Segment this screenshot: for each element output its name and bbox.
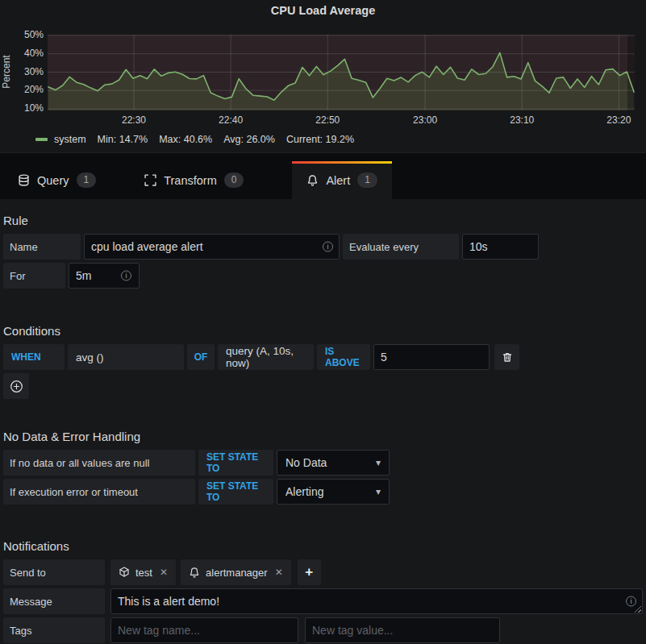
rule-heading: Rule	[3, 214, 643, 227]
bell-icon	[189, 567, 200, 578]
tab-query-count: 1	[77, 172, 97, 188]
editor-tab-bar: Query 1 Transform 0 Alert 1	[0, 153, 646, 199]
send-to-row: Send to test ✕ alertmanager ✕ +	[3, 559, 643, 585]
close-icon[interactable]: ✕	[275, 567, 283, 578]
add-condition-row	[3, 373, 643, 399]
legend-stat-avg: Avg: 26.0%	[223, 134, 275, 145]
legend-stat-min: Min: 14.7%	[98, 134, 148, 145]
transform-icon	[144, 174, 156, 186]
x-tick-label: 22:30	[110, 114, 158, 126]
chart-plot-area[interactable]	[48, 35, 635, 110]
x-tick-label: 22:50	[303, 114, 352, 126]
chevron-down-icon: ▾	[376, 457, 381, 468]
delete-condition-button[interactable]	[494, 344, 519, 370]
tab-transform[interactable]: Transform 0	[130, 161, 258, 199]
tab-transform-count: 0	[224, 172, 244, 188]
x-tick-label: 23:10	[498, 114, 546, 126]
tab-alert[interactable]: Alert 1	[292, 161, 392, 199]
condition-query-button[interactable]: query (A, 10s, now)	[218, 344, 314, 370]
trash-icon	[502, 351, 513, 363]
legend-series-dash	[35, 138, 48, 141]
exec-error-row: If execution error or timeout SET STATE …	[3, 479, 643, 505]
rule-name-label: Name	[3, 234, 81, 260]
chart-legend: system Min: 14.7% Max: 40.6% Avg: 26.0% …	[35, 134, 354, 145]
no-data-row: If no data or all values are null SET ST…	[3, 450, 643, 476]
y-tick-label: 50%	[0, 29, 44, 40]
condition-of-button[interactable]: OF	[187, 344, 215, 370]
cube-icon	[119, 567, 130, 578]
close-icon[interactable]: ✕	[160, 567, 168, 578]
y-tick-label: 10%	[0, 102, 44, 114]
x-tick-label: 23:00	[401, 114, 449, 126]
legend-stat-max: Max: 40.6%	[159, 134, 212, 145]
cpu-line-chart	[48, 35, 635, 110]
message-row: Message This is a alert demo! i	[3, 588, 643, 614]
for-label: For	[3, 263, 65, 289]
y-tick-label: 20%	[0, 84, 44, 95]
condition-aggregation-button[interactable]: avg ()	[68, 344, 184, 370]
condition-row: WHEN avg () OF query (A, 10s, now) IS AB…	[3, 344, 643, 370]
tab-query[interactable]: Query 1	[3, 161, 110, 199]
condition-threshold-input[interactable]	[373, 344, 490, 370]
panel-title[interactable]: CPU Load Average	[0, 4, 646, 17]
rule-row-1: Name i Evaluate every	[3, 234, 643, 260]
message-label: Message	[3, 588, 105, 614]
info-icon[interactable]: i	[121, 271, 131, 281]
no-data-heading: No Data & Error Handling	[3, 430, 643, 443]
add-channel-button[interactable]: +	[298, 559, 321, 585]
conditions-heading: Conditions	[3, 324, 643, 338]
bell-icon	[306, 174, 319, 186]
channel-chip-test[interactable]: test ✕	[110, 559, 176, 585]
exec-error-label: If execution error or timeout	[3, 479, 195, 505]
send-to-label: Send to	[3, 559, 105, 585]
rule-row-2: For i	[3, 263, 643, 289]
notifications-heading: Notifications	[3, 539, 643, 553]
no-data-set-state-button[interactable]: SET STATE TO	[198, 450, 273, 476]
condition-when-button[interactable]: WHEN	[3, 344, 65, 370]
no-data-label: If no data or all values are null	[3, 450, 195, 476]
plus-circle-icon	[10, 380, 23, 393]
info-icon[interactable]: i	[323, 242, 333, 252]
legend-stat-current: Current: 19.2%	[286, 134, 354, 145]
chevron-down-icon: ▾	[376, 486, 381, 497]
evaluate-every-label: Evaluate every	[343, 234, 459, 260]
condition-operator-button[interactable]: IS ABOVE	[317, 344, 370, 370]
database-icon	[18, 174, 30, 186]
evaluate-every-input[interactable]	[462, 234, 539, 260]
x-tick-label: 23:20	[594, 114, 643, 126]
tab-query-label: Query	[37, 174, 69, 187]
tags-label: Tags	[3, 617, 105, 643]
tag-value-input[interactable]	[305, 617, 500, 643]
tab-transform-label: Transform	[164, 174, 217, 187]
cpu-load-panel: CPU Load Average Percent 50%40%30%20%10%…	[0, 0, 646, 153]
tab-alert-label: Alert	[326, 174, 350, 187]
no-data-state-select[interactable]: No Data ▾	[277, 450, 390, 476]
info-icon[interactable]: i	[626, 596, 636, 607]
rule-name-input[interactable]	[84, 234, 340, 260]
y-tick-label: 40%	[0, 48, 44, 59]
x-tick-label: 22:40	[206, 114, 255, 126]
tag-name-input[interactable]	[110, 617, 298, 643]
message-textarea[interactable]: This is a alert demo!	[110, 588, 643, 614]
legend-series-name[interactable]: system	[54, 134, 86, 145]
tags-row: Tags	[3, 617, 643, 643]
y-tick-label: 30%	[0, 66, 44, 77]
alert-tab-content: Rule Name i Evaluate every For i Conditi…	[0, 214, 646, 643]
add-condition-button[interactable]	[3, 373, 29, 399]
exec-error-state-select[interactable]: Alerting ▾	[277, 479, 390, 505]
exec-error-set-state-button[interactable]: SET STATE TO	[198, 479, 273, 505]
channel-chip-alertmanager[interactable]: alertmanager ✕	[181, 559, 291, 585]
tab-alert-count: 1	[357, 172, 377, 188]
